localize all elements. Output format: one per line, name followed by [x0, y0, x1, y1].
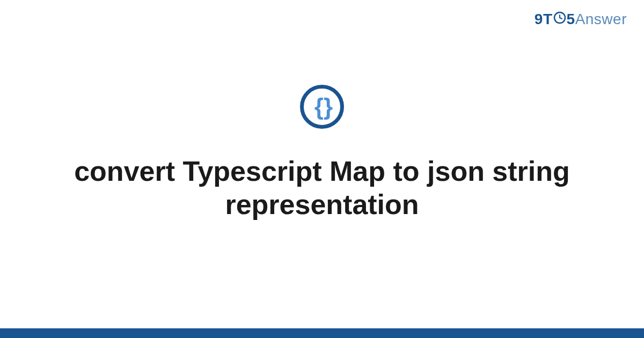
- main-content: { } convert Typescript Map to json strin…: [0, 0, 644, 338]
- footer-bar: [0, 328, 644, 338]
- page-title: convert Typescript Map to json string re…: [64, 155, 580, 222]
- icon-wrapper: { }: [300, 85, 344, 129]
- json-braces-icon: { }: [300, 85, 344, 129]
- braces-glyph: { }: [314, 95, 330, 119]
